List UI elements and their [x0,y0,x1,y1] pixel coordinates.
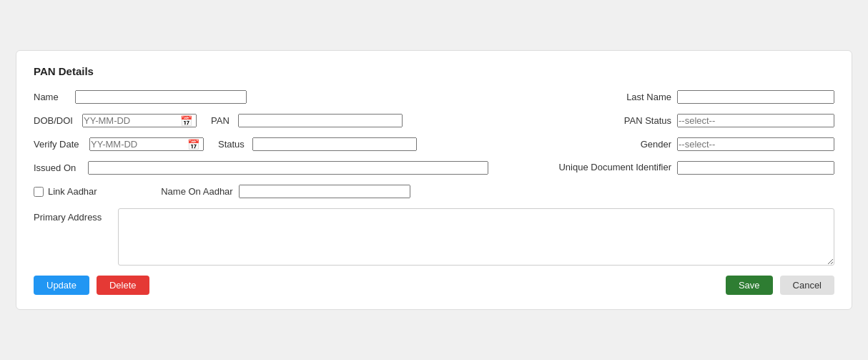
pan-details-card: PAN Details Name Last Name DOB/DOI 📅 PAN… [16,50,852,310]
row-dob: DOB/DOI 📅 PAN PAN Status [34,114,834,127]
status-input[interactable] [252,137,417,151]
dob-doi-input[interactable] [82,114,197,127]
dob-date-wrapper: 📅 [82,114,197,127]
last-name-label: Last Name [621,92,671,102]
link-aadhar-group: Link Aadhar [34,186,97,197]
row-verify: Verify Date 📅 Status Gender [34,137,834,151]
verify-date-input[interactable] [89,137,204,151]
link-aadhar-checkbox[interactable] [34,187,44,197]
cancel-button[interactable]: Cancel [780,276,834,295]
right-buttons: Save Cancel [726,276,834,295]
gender-input[interactable] [677,137,834,151]
gender-label: Gender [632,139,671,150]
row-link-aadhar: Link Aadhar Name On Aadhar [34,185,834,198]
uid-label: Unique Document Identifier [558,161,671,174]
link-aadhar-label: Link Aadhar [48,186,97,197]
pan-input[interactable] [238,114,403,127]
status-label: Status [218,139,247,150]
issued-on-group: Issued On [34,161,488,175]
issued-on-label: Issued On [34,162,82,173]
update-button[interactable]: Update [34,276,89,295]
pan-group: PAN [211,114,403,127]
name-input[interactable] [75,90,247,104]
dob-calendar-icon[interactable]: 📅 [180,115,192,127]
name-on-aadhar-label: Name On Aadhar [154,186,233,197]
name-group: Name [34,90,247,104]
save-button[interactable]: Save [726,276,773,295]
uid-group: Unique Document Identifier [558,161,834,175]
issued-on-input[interactable] [88,161,488,175]
primary-address-label: Primary Address [34,208,112,223]
verify-calendar-icon[interactable]: 📅 [187,139,199,150]
verify-date-label: Verify Date [34,139,84,150]
verify-date-wrapper: 📅 [89,137,204,151]
row-primary-address: Primary Address [34,208,834,266]
left-buttons: Update Delete [34,276,149,295]
card-title: PAN Details [34,65,834,77]
name-label: Name [34,92,69,102]
pan-status-group: PAN Status [618,114,834,127]
pan-label: PAN [211,115,232,126]
last-name-group: Last Name [621,90,834,104]
primary-address-input[interactable] [118,208,834,266]
name-on-aadhar-group: Name On Aadhar [154,185,410,198]
last-name-input[interactable] [677,90,834,104]
pan-status-label: PAN Status [618,115,671,126]
name-on-aadhar-input[interactable] [239,185,410,198]
dob-group: DOB/DOI 📅 [34,114,197,127]
dob-doi-label: DOB/DOI [34,115,77,126]
button-row: Update Delete Save Cancel [34,276,834,295]
row-name: Name Last Name [34,90,834,104]
row-issued-on: Issued On Unique Document Identifier [34,161,834,175]
verify-group: Verify Date 📅 [34,137,204,151]
uid-input[interactable] [677,161,834,175]
gender-group: Gender [632,137,834,151]
pan-status-input[interactable] [677,114,834,127]
delete-button[interactable]: Delete [97,276,149,295]
status-group: Status [218,137,417,151]
